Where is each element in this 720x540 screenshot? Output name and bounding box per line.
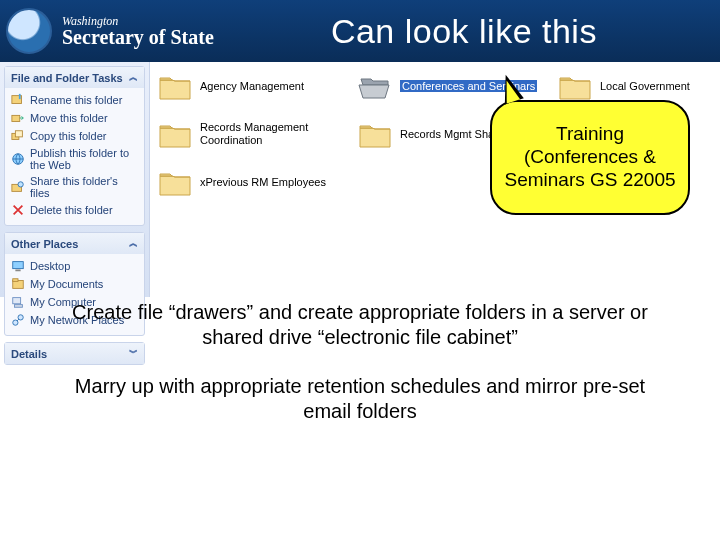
copy-icon <box>11 129 25 143</box>
explorer-taskpane: File and Folder Tasks ︽ Rename this fold… <box>0 62 150 297</box>
folder-open-icon <box>358 72 392 100</box>
task-label: Move this folder <box>30 112 108 124</box>
task-label: Desktop <box>30 260 70 272</box>
folder-label: Records Management Coordination <box>200 121 348 146</box>
task-label: Share this folder's files <box>30 175 138 199</box>
svg-rect-11 <box>13 279 18 282</box>
move-icon <box>11 111 25 125</box>
brand-sos: Secretary of State <box>62 27 214 47</box>
body-paragraph-2: Marry up with appropriate retention sche… <box>60 374 660 424</box>
slide-title: Can look like this <box>214 12 714 51</box>
task-copy[interactable]: Copy this folder <box>11 127 138 145</box>
task-move[interactable]: Move this folder <box>11 109 138 127</box>
callout-text: Training (Conferences & Seminars GS 2200… <box>504 123 676 191</box>
desktop-icon <box>11 259 25 273</box>
folder-xprevious-employees[interactable]: xPrevious RM Employees <box>158 168 348 196</box>
task-rename[interactable]: Rename this folder <box>11 91 138 109</box>
taskbox-title: File and Folder Tasks <box>11 72 123 84</box>
body-paragraph-1: Create file “drawers” and create appropr… <box>60 300 660 350</box>
task-publish[interactable]: Publish this folder to the Web <box>11 145 138 173</box>
taskbox-head[interactable]: File and Folder Tasks ︽ <box>5 67 144 88</box>
publish-icon <box>11 152 25 166</box>
task-label: Copy this folder <box>30 130 106 142</box>
folder-records-mgmt-coordination[interactable]: Records Management Coordination <box>158 120 348 148</box>
mydocs-icon <box>11 277 25 291</box>
folder-icon <box>158 72 192 100</box>
folder-label: Agency Management <box>200 80 304 93</box>
delete-icon <box>11 203 25 217</box>
folder-icon <box>358 120 392 148</box>
taskbox-title: Other Places <box>11 238 78 250</box>
folder-label: xPrevious RM Employees <box>200 176 326 189</box>
task-label: Publish this folder to the Web <box>30 147 138 171</box>
task-label: Rename this folder <box>30 94 122 106</box>
folder-local-government[interactable]: Local Government <box>558 72 720 100</box>
task-label: My Documents <box>30 278 103 290</box>
folder-label: Local Government <box>600 80 690 93</box>
chevron-up-icon: ︽ <box>129 71 138 84</box>
task-delete[interactable]: Delete this folder <box>11 201 138 219</box>
taskbox-file-folder: File and Folder Tasks ︽ Rename this fold… <box>4 66 145 226</box>
brand-text: Washington Secretary of State <box>62 15 214 47</box>
svg-point-7 <box>18 182 23 187</box>
rename-icon <box>11 93 25 107</box>
place-desktop[interactable]: Desktop <box>11 257 138 275</box>
slide-title-bar: Washington Secretary of State Can look l… <box>0 0 720 62</box>
folder-agency-management[interactable]: Agency Management <box>158 72 348 100</box>
svg-rect-2 <box>12 115 20 121</box>
folder-icon <box>558 72 592 100</box>
state-seal-icon <box>6 8 52 54</box>
task-label: Delete this folder <box>30 204 113 216</box>
svg-rect-8 <box>13 262 24 269</box>
folder-icon <box>158 120 192 148</box>
callout-bubble: Training (Conferences & Seminars GS 2200… <box>490 100 690 215</box>
folder-icon <box>158 168 192 196</box>
chevron-up-icon: ︽ <box>129 237 138 250</box>
taskbox-head[interactable]: Other Places ︽ <box>5 233 144 254</box>
svg-rect-4 <box>15 131 22 137</box>
place-mydocs[interactable]: My Documents <box>11 275 138 293</box>
share-icon <box>11 180 25 194</box>
svg-rect-9 <box>15 270 20 272</box>
task-share[interactable]: Share this folder's files <box>11 173 138 201</box>
slide-body: Create file “drawers” and create appropr… <box>0 300 720 448</box>
svg-rect-1 <box>19 94 21 99</box>
